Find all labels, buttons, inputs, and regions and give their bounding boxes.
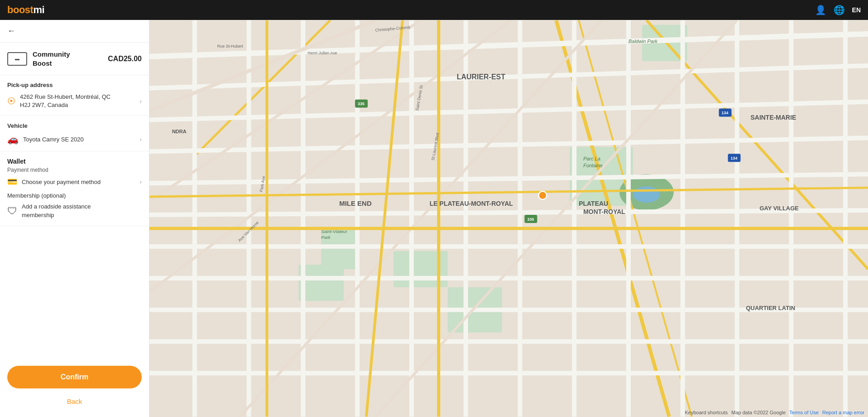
svg-rect-0 xyxy=(149,20,868,417)
wallet-label: Wallet xyxy=(7,158,142,165)
vehicle-label: Vehicle xyxy=(7,122,142,129)
map-area: LAURIER-EST MILE END LE PLATEAU-MONT-ROY… xyxy=(149,20,868,417)
map-attribution: Keyboard shortcuts Map data ©2022 Google… xyxy=(681,408,868,417)
wallet-section: Wallet Payment method 💳 Choose your paym… xyxy=(0,151,149,226)
service-info: ▬ Community Boost CAD25.00 xyxy=(0,43,149,75)
service-icon-symbol: ▬ xyxy=(15,56,19,61)
left-panel: ← ▬ Community Boost CAD25.00 Pick-up add… xyxy=(0,20,149,417)
svg-text:LE PLATEAU-MONT-ROYAL: LE PLATEAU-MONT-ROYAL xyxy=(430,200,513,207)
svg-text:335: 335 xyxy=(358,102,364,106)
language-label[interactable]: EN xyxy=(852,6,861,14)
svg-text:MONT-ROYAL: MONT-ROYAL xyxy=(583,208,625,215)
vehicle-name: Toyota Camry SE 2020 xyxy=(23,136,84,143)
confirm-button[interactable]: Confirm xyxy=(7,366,142,388)
svg-text:335: 335 xyxy=(527,217,534,222)
topbar: boostmi 👤 🌐 EN xyxy=(0,0,868,20)
svg-text:GAY VILLAGE: GAY VILLAGE xyxy=(759,205,799,212)
bottom-buttons: Confirm Back xyxy=(0,359,149,417)
vehicle-section: Vehicle 🚗 Toyota Camry SE 2020 › xyxy=(0,116,149,151)
map-copyright: Map data ©2022 Google xyxy=(731,410,786,415)
terms-link[interactable]: Terms of Use xyxy=(789,410,819,415)
logo: boostmi xyxy=(7,4,44,16)
card-icon: 💳 xyxy=(7,177,17,187)
shield-icon: 🛡 xyxy=(7,205,17,217)
address-left: ⦿ 4262 Rue St-Hubert, Montréal, QC H2J 2… xyxy=(7,93,110,109)
address-text: 4262 Rue St-Hubert, Montréal, QC H2J 2W7… xyxy=(20,93,110,109)
globe-icon[interactable]: 🌐 xyxy=(834,5,845,15)
membership-row[interactable]: 🛡 Add a roadside assistance membership xyxy=(7,203,142,219)
svg-text:SAINTE-MARIE: SAINTE-MARIE xyxy=(750,114,796,121)
map-svg: LAURIER-EST MILE END LE PLATEAU-MONT-ROY… xyxy=(149,20,868,417)
address-chevron-icon: › xyxy=(139,97,142,105)
svg-text:PLATEAU: PLATEAU xyxy=(579,200,608,207)
svg-text:QUARTIER LATIN: QUARTIER LATIN xyxy=(746,305,796,311)
service-price: CAD25.00 xyxy=(108,55,142,63)
vehicle-row[interactable]: 🚗 Toyota Camry SE 2020 › xyxy=(7,134,142,145)
membership-label: Membership (optional) xyxy=(7,192,142,199)
vehicle-left: 🚗 Toyota Camry SE 2020 xyxy=(7,134,84,145)
svg-text:Saint-Viateur: Saint-Viateur xyxy=(321,229,347,234)
svg-text:LAURIER-EST: LAURIER-EST xyxy=(457,73,505,81)
car-icon: 🚗 xyxy=(7,134,19,145)
back-navigation-row: ← xyxy=(0,20,149,43)
svg-text:Baldwin Park: Baldwin Park xyxy=(628,39,658,44)
service-icon: ▬ xyxy=(7,52,27,66)
svg-text:Henri-Julien Ave: Henri-Julien Ave xyxy=(307,51,337,55)
report-link[interactable]: Report a map error xyxy=(822,410,864,415)
payment-row[interactable]: 💳 Choose your payment method › xyxy=(7,177,142,187)
svg-text:NDRA: NDRA xyxy=(172,129,187,134)
compass-icon: ⦿ xyxy=(7,97,15,106)
keyboard-shortcuts[interactable]: Keyboard shortcuts xyxy=(685,410,728,415)
spacer xyxy=(0,226,149,359)
pickup-section: Pick-up address ⦿ 4262 Rue St-Hubert, Mo… xyxy=(0,75,149,116)
topbar-right: 👤 🌐 EN xyxy=(815,5,861,15)
svg-text:134: 134 xyxy=(722,111,729,115)
svg-text:Fontaine: Fontaine xyxy=(583,163,603,168)
pickup-label: Pick-up address xyxy=(7,82,142,88)
back-button[interactable]: Back xyxy=(7,393,142,410)
address-row[interactable]: ⦿ 4262 Rue St-Hubert, Montréal, QC H2J 2… xyxy=(7,93,142,109)
svg-text:Parc La: Parc La xyxy=(583,156,600,161)
svg-text:MILE END: MILE END xyxy=(339,199,372,207)
svg-point-8 xyxy=(633,186,660,203)
vehicle-chevron-icon: › xyxy=(139,136,142,143)
svg-text:Rue St-Hubert: Rue St-Hubert xyxy=(217,44,244,48)
svg-text:134: 134 xyxy=(731,156,738,160)
payment-method-label: Payment method xyxy=(7,167,142,173)
svg-point-76 xyxy=(538,191,547,199)
logo-boost: boost xyxy=(7,4,33,15)
logo-text: boostmi xyxy=(7,4,44,16)
back-arrow-icon[interactable]: ← xyxy=(7,26,15,36)
membership-text: Add a roadside assistance membership xyxy=(22,203,91,219)
payment-left: 💳 Choose your payment method xyxy=(7,177,101,187)
service-name: Community Boost xyxy=(33,50,70,68)
logo-mi: mi xyxy=(33,4,44,15)
payment-placeholder: Choose your payment method xyxy=(22,179,101,185)
svg-text:Park: Park xyxy=(321,235,331,240)
user-icon[interactable]: 👤 xyxy=(815,5,826,15)
main-content: ← ▬ Community Boost CAD25.00 Pick-up add… xyxy=(0,20,868,417)
service-left: ▬ Community Boost xyxy=(7,50,70,68)
payment-chevron-icon: › xyxy=(139,178,142,185)
